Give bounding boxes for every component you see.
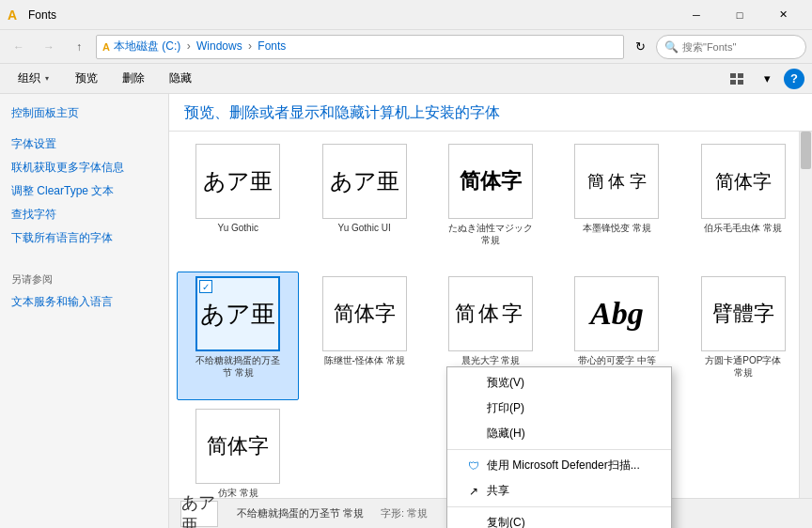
sidebar-item-find-char[interactable]: 查找字符: [0, 203, 168, 226]
delete-button[interactable]: 删除: [112, 67, 155, 90]
hide-button[interactable]: 隐藏: [159, 67, 202, 90]
path-fonts[interactable]: Fonts: [258, 39, 286, 53]
font-name-fangyuankatong: 方圆卡通POP字体 常規: [701, 354, 786, 379]
font-checkbox[interactable]: ✓: [199, 280, 212, 293]
font-name-yu-gothic: Yu Gothic: [218, 222, 258, 234]
address-box[interactable]: A 本地磁盘 (C:) › Windows › Fonts: [96, 35, 624, 59]
addressbar: ← → ↑ A 本地磁盘 (C:) › Windows › Fonts ↻ 🔍: [0, 30, 812, 64]
svg-rect-0: [730, 73, 736, 78]
titlebar: A Fonts ─ □ ✕: [0, 0, 812, 30]
sidebar-item-font-settings[interactable]: 字体设置: [0, 132, 168, 156]
back-button[interactable]: ←: [6, 34, 32, 60]
font-item-fangyuankatong[interactable]: 臂體字 方圆卡通POP字体 常規: [682, 272, 804, 400]
font-name-daixinkeai: 带心的可爱字 中等: [578, 354, 656, 366]
ctx-print[interactable]: 打印(P): [447, 396, 671, 421]
font-item-halloween[interactable]: ✓ あア亜 不给糖就捣蛋的万圣节 常規: [177, 272, 299, 400]
close-button[interactable]: ✕: [761, 0, 804, 30]
font-preview-thumb: あア亜: [180, 501, 218, 527]
font-item-yu-gothic[interactable]: あア亜 Yu Gothic: [177, 139, 299, 268]
address-path: 本地磁盘 (C:) › Windows › Fonts: [114, 39, 286, 54]
font-name-chenjishi: 陈继世-怪体体 常規: [324, 354, 405, 366]
svg-rect-1: [738, 73, 743, 78]
help-button[interactable]: ?: [784, 69, 804, 89]
up-button[interactable]: ↑: [66, 34, 92, 60]
font-name-chenguang: 晨光大字 常規: [461, 354, 521, 366]
toolbar: 组织 ▾ 预览 删除 隐藏 ▾ ?: [0, 64, 812, 94]
main-container: 控制面板主页 字体设置 联机获取更多字体信息 调整 ClearType 文本 查…: [0, 94, 812, 528]
font-name-tanuki: たぬき油性マジック 常規: [448, 222, 533, 246]
font-name-halloween: 不给糖就捣蛋的万圣节 常規: [195, 354, 280, 379]
address-icon: A: [102, 41, 110, 53]
view-icon: [729, 71, 744, 86]
ctx-separator-1: [447, 449, 671, 450]
view-options-button[interactable]: [724, 67, 750, 91]
titlebar-title: Fonts: [28, 8, 675, 22]
sidebar-item-text-services[interactable]: 文本服务和输入语言: [0, 290, 168, 314]
search-icon: 🔍: [664, 40, 679, 54]
organize-dropdown-icon: ▾: [43, 74, 51, 83]
sidebar-home-link[interactable]: 控制面板主页: [0, 101, 168, 125]
context-menu: 预览(V) 打印(P) 隐藏(H) 🛡 使用 Microsoft Defende…: [446, 366, 672, 528]
scrollbar[interactable]: [799, 132, 812, 498]
font-item-bole[interactable]: 简体字 伯乐毛毛虫体 常規: [682, 139, 804, 268]
titlebar-controls: ─ □ ✕: [675, 0, 804, 30]
font-name-benmofengyue: 本墨锋悦变 常規: [583, 222, 651, 234]
font-item-benmofengyue[interactable]: 簡 体 字 本墨锋悦变 常規: [555, 139, 678, 268]
content-area: 预览、删除或者显示和隐藏计算机上安装的字体 あア亜 Yu Gothic あア亜 …: [169, 94, 812, 528]
ctx-preview[interactable]: 预览(V): [447, 370, 671, 396]
search-box[interactable]: 🔍: [656, 35, 806, 59]
sidebar-item-download-fonts[interactable]: 下载所有语言的字体: [0, 226, 168, 250]
path-windows[interactable]: Windows: [196, 39, 242, 53]
page-heading: 预览、删除或者显示和隐藏计算机上安装的字体: [169, 94, 812, 132]
path-c-drive[interactable]: 本地磁盘 (C:): [114, 39, 180, 53]
refresh-button[interactable]: ↻: [628, 35, 652, 59]
titlebar-icon: A: [8, 8, 23, 23]
ctx-share[interactable]: ↗ 共享: [447, 478, 671, 504]
font-item-tanuki[interactable]: 简体字 たぬき油性マジック 常規: [429, 139, 552, 268]
font-name-yu-gothic-ui: Yu Gothic UI: [338, 222, 391, 234]
ctx-defender[interactable]: 🛡 使用 Microsoft Defender扫描...: [447, 453, 671, 478]
sidebar: 控制面板主页 字体设置 联机获取更多字体信息 调整 ClearType 文本 查…: [0, 94, 169, 528]
view-dropdown-button[interactable]: ▾: [754, 67, 780, 91]
ctx-separator-2: [447, 506, 671, 507]
font-name-bole: 伯乐毛毛虫体 常規: [704, 222, 782, 234]
organize-button[interactable]: 组织 ▾: [8, 67, 61, 90]
sidebar-also-label: 另请参阅: [0, 269, 168, 290]
defender-icon: 🛡: [466, 458, 481, 474]
sidebar-item-get-more-fonts[interactable]: 联机获取更多字体信息: [0, 156, 168, 179]
ctx-copy[interactable]: 复制(C): [447, 510, 671, 528]
forward-button[interactable]: →: [36, 34, 62, 60]
font-item-chenjishi[interactable]: 简体字 陈继世-怪体体 常規: [303, 272, 425, 400]
share-icon: ↗: [466, 484, 481, 499]
preview-button[interactable]: 预览: [65, 67, 108, 90]
sidebar-item-cleartype[interactable]: 调整 ClearType 文本: [0, 179, 168, 203]
search-input[interactable]: [682, 41, 798, 53]
status-font-name: 不给糖就捣蛋的万圣节 常規 字形: 常規: [237, 506, 428, 520]
scrollbar-thumb[interactable]: [801, 132, 811, 169]
font-item-yu-gothic-ui[interactable]: あア亜 Yu Gothic UI: [303, 139, 425, 268]
svg-rect-3: [738, 80, 743, 85]
maximize-button[interactable]: □: [718, 0, 761, 30]
svg-rect-2: [730, 80, 736, 85]
minimize-button[interactable]: ─: [675, 0, 718, 30]
ctx-hide[interactable]: 隐藏(H): [447, 421, 671, 446]
